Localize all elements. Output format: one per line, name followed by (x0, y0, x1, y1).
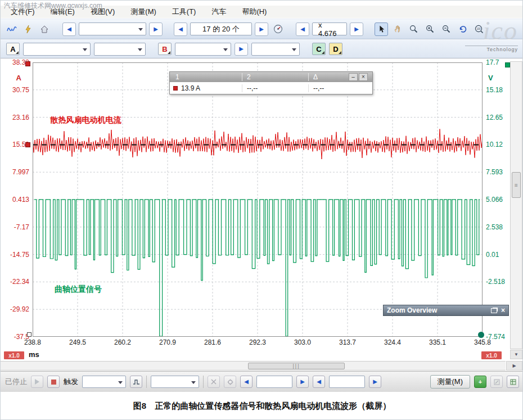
plot-area[interactable]: 散热风扇电动机电流 曲轴位置信号 1 2 Δ – × 13.9 A --,-- … (33, 62, 483, 337)
left-axis-tick: -7.17 (14, 223, 29, 231)
prev-buffer-button[interactable]: ◀ (174, 22, 187, 36)
tool-x-button[interactable] (208, 376, 220, 388)
tool-crosshair-button[interactable] (224, 376, 236, 388)
advanced-trigger-button[interactable] (130, 376, 142, 388)
left-axis-tick: -14.75 (10, 251, 29, 259)
pretrigger-next-button[interactable]: ▶ (369, 376, 381, 388)
measurement-col-2: 2 (242, 73, 308, 81)
picoscope-window: 汽车维修技术网www.qcwxjs.com 文件(F) 编辑(E) 视图(V) … (0, 0, 523, 420)
next-view-button[interactable]: ▶ (149, 22, 163, 36)
pretrigger-prev-button[interactable]: ◀ (313, 376, 325, 388)
horizontal-scrollbar-handle[interactable]: ||| (248, 363, 345, 369)
zoom-factor-down-button[interactable]: ◀ (296, 22, 309, 36)
menu-tools[interactable]: 工具(T) (172, 7, 196, 17)
horizontal-scrollbar[interactable]: ||| (1, 361, 506, 371)
channel-a-coupling-select[interactable] (94, 43, 146, 56)
right-axis-top-marker[interactable] (505, 62, 510, 67)
speedometer-icon (273, 24, 283, 34)
measurements-button[interactable]: 测量(M) (430, 375, 471, 389)
trigger-prev-button[interactable]: ◀ (240, 376, 253, 388)
minimize-icon[interactable]: – (349, 73, 358, 81)
right-axis-labels: V 17.715.1812.6510.127.5935.0662.5380.01… (483, 62, 510, 337)
arrow-left-icon: ◀ (178, 26, 183, 32)
trigger-level-marker[interactable] (25, 142, 30, 147)
hand-tool-button[interactable] (391, 22, 404, 36)
menu-measure[interactable]: 测量(M) (130, 7, 156, 17)
measurement-col-delta: Δ (308, 73, 348, 81)
left-axis-tick: 7.997 (12, 168, 29, 176)
chevron-down-icon (118, 381, 123, 384)
right-axis-tick: 17.7 (486, 58, 499, 66)
menu-automotive[interactable]: 汽车 (211, 7, 226, 17)
arrow-left-icon: ◀ (67, 26, 71, 32)
zoom-in-button[interactable] (423, 22, 437, 36)
right-axis-multiplier-badge[interactable]: x1.0 (481, 351, 502, 359)
separator (146, 376, 147, 388)
chevron-down-icon (292, 48, 296, 51)
zoom-overview-titlebar[interactable]: Zoom Overview × (383, 305, 509, 316)
channel-a-marker-icon (173, 86, 178, 91)
x-axis-tick: 324.4 (384, 338, 401, 346)
delete-measurement-button[interactable] (507, 376, 519, 388)
watermark: 汽车维修技术网www.qcwxjs.com (4, 1, 102, 11)
trigger-mode-select[interactable] (82, 376, 126, 388)
channel-c-button[interactable]: C (312, 43, 326, 55)
channel-b-button[interactable]: B (158, 43, 172, 55)
zoom-factor-up-button[interactable]: ▶ (350, 22, 363, 36)
prev-view-button[interactable]: ◀ (62, 22, 76, 36)
right-axis-bottom-marker[interactable] (478, 332, 484, 338)
channel-a-axis-marker[interactable] (25, 61, 30, 66)
zoom-out-button[interactable] (440, 22, 453, 36)
svg-text:100: 100 (476, 28, 481, 30)
close-icon[interactable]: × (359, 73, 368, 81)
chevron-down-icon (191, 381, 196, 384)
left-axis-multiplier-badge[interactable]: x1.0 (4, 351, 24, 359)
edit-icon (494, 379, 500, 385)
waveform-view-button[interactable] (5, 22, 19, 36)
channel-a-button[interactable]: A (6, 43, 20, 55)
channel-b-axis-marker[interactable] (27, 332, 31, 337)
menu-help[interactable]: 帮助(H) (242, 7, 267, 17)
measurement-box[interactable]: 1 2 Δ – × 13.9 A --,-- --,-- (169, 71, 373, 94)
right-axis-tick: 15.18 (486, 86, 503, 94)
zoom-in-icon (426, 25, 435, 34)
pretrigger-field[interactable] (329, 376, 365, 388)
scroll-right-button[interactable]: ▶ (506, 361, 522, 371)
stop-button[interactable] (47, 376, 60, 388)
next-buffer-button[interactable]: ▶ (255, 22, 268, 36)
channel-b-coupling-select[interactable] (251, 43, 300, 56)
channel-b-range-select[interactable] (175, 43, 231, 56)
home-icon (40, 25, 49, 34)
left-axis-unit: A (16, 74, 21, 82)
marquee-zoom-button[interactable] (407, 22, 421, 36)
trigger-flash-button[interactable] (21, 22, 35, 36)
channel-a-range-select[interactable] (23, 43, 91, 56)
vertical-scrollbar[interactable]: ≡ (510, 61, 522, 349)
channel-b-next-button[interactable]: ▶ (235, 43, 248, 56)
home-button[interactable] (38, 22, 51, 36)
restore-icon[interactable] (491, 308, 497, 313)
buffer-overview-button[interactable] (271, 22, 285, 36)
channel-d-button[interactable]: D (329, 43, 342, 55)
arrow-right-icon: ▶ (259, 26, 264, 32)
trigger-label: 触发 (64, 377, 78, 387)
edit-measurement-button[interactable] (490, 376, 503, 388)
pointer-tool-button[interactable] (375, 22, 388, 36)
undo-zoom-button[interactable] (456, 22, 470, 36)
hand-icon (394, 25, 402, 33)
play-icon (35, 379, 39, 385)
trigger-source-select[interactable] (151, 376, 199, 388)
capture-status: 已停止 (5, 377, 27, 387)
pointer-icon (377, 25, 385, 33)
close-icon[interactable]: × (501, 306, 505, 314)
buffer-indicator: 17 的 20 个 (190, 22, 252, 35)
view-select[interactable] (79, 22, 146, 35)
trigger-level-field[interactable] (256, 376, 292, 388)
zoom-100-button[interactable]: 100 (472, 22, 486, 36)
scroll-down-button[interactable]: ▼ (510, 350, 522, 359)
magnifier-icon (409, 25, 418, 34)
add-measurement-button[interactable]: + (474, 376, 486, 388)
vertical-scrollbar-handle[interactable]: ≡ (512, 172, 521, 198)
trigger-next-button[interactable]: ▶ (296, 376, 309, 388)
start-button[interactable] (31, 376, 43, 388)
